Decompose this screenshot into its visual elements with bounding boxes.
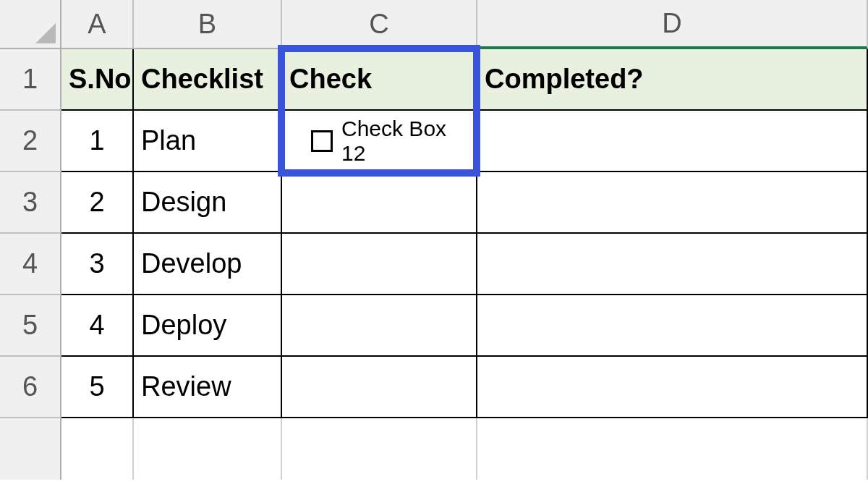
cell-b5[interactable]: Deploy (134, 295, 282, 357)
checkbox-label: Check Box 12 (341, 117, 469, 166)
row-header-6[interactable]: 6 (0, 357, 61, 418)
cell-d7[interactable] (477, 418, 868, 480)
cell-c3[interactable] (282, 172, 477, 234)
row-header-4[interactable]: 4 (0, 234, 61, 295)
cell-a4[interactable]: 3 (61, 234, 134, 295)
cell-c5[interactable] (282, 295, 477, 357)
column-header-d[interactable]: D (477, 0, 868, 49)
cell-c1[interactable]: Check (282, 49, 477, 111)
cell-a6[interactable]: 5 (61, 357, 134, 418)
cell-a7[interactable] (61, 418, 134, 480)
cell-b4[interactable]: Develop (134, 234, 282, 295)
row-header-1[interactable]: 1 (0, 49, 61, 111)
cell-a2[interactable]: 1 (61, 111, 134, 172)
cell-c7[interactable] (282, 418, 477, 480)
row-header-2[interactable]: 2 (0, 111, 61, 172)
cell-b6[interactable]: Review (134, 357, 282, 418)
column-header-b[interactable]: B (134, 0, 282, 49)
row-header-3[interactable]: 3 (0, 172, 61, 234)
cell-d6[interactable] (477, 357, 868, 418)
column-header-a[interactable]: A (61, 0, 134, 49)
cell-c2[interactable]: Check Box 12 (282, 111, 477, 172)
cell-b7[interactable] (134, 418, 282, 480)
cell-d5[interactable] (477, 295, 868, 357)
select-all-corner[interactable] (0, 0, 61, 49)
column-header-c[interactable]: C (282, 0, 477, 49)
cell-d3[interactable] (477, 172, 868, 234)
spreadsheet-grid: A B C D 1 S.No Checklist Check Completed… (0, 0, 868, 480)
row-header-7[interactable] (0, 418, 61, 480)
cell-b1[interactable]: Checklist (134, 49, 282, 111)
select-all-triangle-icon (35, 23, 56, 43)
row-header-5[interactable]: 5 (0, 295, 61, 357)
cell-b3[interactable]: Design (134, 172, 282, 234)
cell-c6[interactable] (282, 357, 477, 418)
cell-d4[interactable] (477, 234, 868, 295)
cell-b2[interactable]: Plan (134, 111, 282, 172)
cell-a1[interactable]: S.No (61, 49, 134, 111)
cell-c4[interactable] (282, 234, 477, 295)
cell-a5[interactable]: 4 (61, 295, 134, 357)
cell-a3[interactable]: 2 (61, 172, 134, 234)
cell-d1[interactable]: Completed? (477, 49, 868, 111)
checkbox-icon[interactable] (311, 130, 333, 152)
checkbox-control[interactable]: Check Box 12 (311, 117, 469, 166)
cell-d2[interactable] (477, 111, 868, 172)
